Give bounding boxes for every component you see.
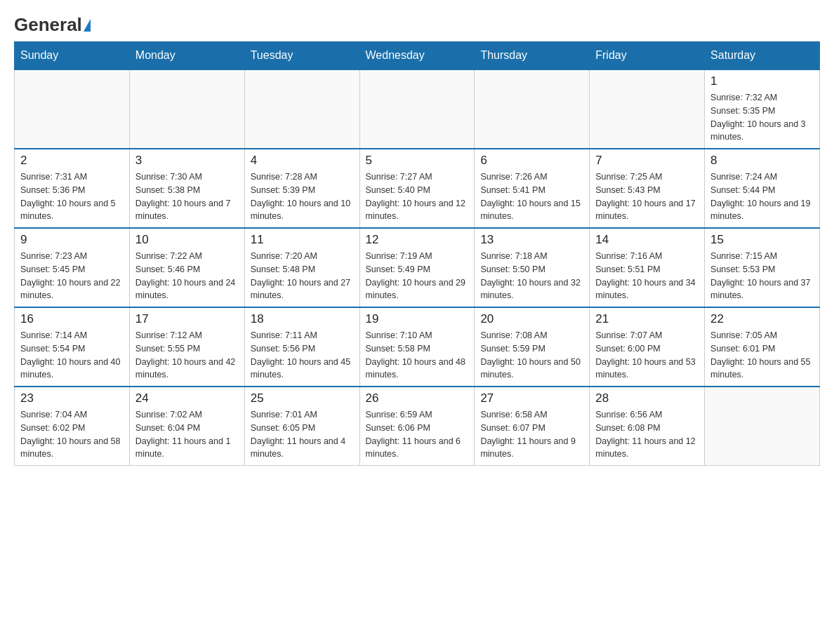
calendar-cell: 19Sunrise: 7:10 AM Sunset: 5:58 PM Dayli… [359,307,475,387]
day-info: Sunrise: 7:04 AM Sunset: 6:02 PM Dayligh… [20,408,124,461]
day-number: 23 [20,391,124,405]
week-row-2: 2Sunrise: 7:31 AM Sunset: 5:36 PM Daylig… [15,149,820,228]
day-info: Sunrise: 7:10 AM Sunset: 5:58 PM Dayligh… [366,329,469,382]
logo-triangle-icon [84,19,91,32]
calendar-cell: 17Sunrise: 7:12 AM Sunset: 5:55 PM Dayli… [129,307,244,387]
calendar-cell: 23Sunrise: 7:04 AM Sunset: 6:02 PM Dayli… [15,387,130,466]
day-info: Sunrise: 7:20 AM Sunset: 5:48 PM Dayligh… [251,250,354,302]
calendar-cell: 4Sunrise: 7:28 AM Sunset: 5:39 PM Daylig… [244,149,359,228]
calendar-cell: 1Sunrise: 7:32 AM Sunset: 5:35 PM Daylig… [705,69,820,149]
weekday-header-wednesday: Wednesday [359,42,475,70]
day-number: 28 [595,391,699,405]
day-number: 10 [135,233,239,247]
day-info: Sunrise: 7:32 AM Sunset: 5:35 PM Dayligh… [710,91,814,144]
day-number: 11 [251,233,354,247]
weekday-header-monday: Monday [129,42,244,70]
day-info: Sunrise: 6:56 AM Sunset: 6:08 PM Dayligh… [595,408,699,461]
calendar-cell: 8Sunrise: 7:24 AM Sunset: 5:44 PM Daylig… [705,149,820,228]
calendar-cell: 15Sunrise: 7:15 AM Sunset: 5:53 PM Dayli… [705,228,820,307]
weekday-header-tuesday: Tuesday [244,42,359,70]
weekday-header-thursday: Thursday [475,42,590,70]
day-number: 4 [251,154,354,168]
day-number: 16 [20,312,124,326]
calendar-cell: 21Sunrise: 7:07 AM Sunset: 6:00 PM Dayli… [590,307,705,387]
week-row-1: 1Sunrise: 7:32 AM Sunset: 5:35 PM Daylig… [15,69,820,149]
logo-general-text: General [14,14,82,36]
day-info: Sunrise: 7:26 AM Sunset: 5:41 PM Dayligh… [480,170,583,223]
day-number: 1 [710,74,814,88]
day-info: Sunrise: 7:31 AM Sunset: 5:36 PM Dayligh… [20,170,124,223]
calendar-cell: 25Sunrise: 7:01 AM Sunset: 6:05 PM Dayli… [244,387,359,466]
day-info: Sunrise: 7:28 AM Sunset: 5:39 PM Dayligh… [251,170,354,223]
day-number: 5 [366,154,469,168]
calendar-cell: 28Sunrise: 6:56 AM Sunset: 6:08 PM Dayli… [590,387,705,466]
day-info: Sunrise: 7:12 AM Sunset: 5:55 PM Dayligh… [135,329,239,382]
week-row-4: 16Sunrise: 7:14 AM Sunset: 5:54 PM Dayli… [15,307,820,387]
weekday-header-sunday: Sunday [15,42,130,70]
calendar-cell [359,69,475,149]
day-number: 8 [710,154,814,168]
day-info: Sunrise: 7:14 AM Sunset: 5:54 PM Dayligh… [20,329,124,382]
week-row-5: 23Sunrise: 7:04 AM Sunset: 6:02 PM Dayli… [15,387,820,466]
calendar-cell [244,69,359,149]
calendar-cell: 6Sunrise: 7:26 AM Sunset: 5:41 PM Daylig… [475,149,590,228]
calendar-cell: 3Sunrise: 7:30 AM Sunset: 5:38 PM Daylig… [129,149,244,228]
calendar-cell: 9Sunrise: 7:23 AM Sunset: 5:45 PM Daylig… [15,228,130,307]
day-info: Sunrise: 7:01 AM Sunset: 6:05 PM Dayligh… [251,408,354,461]
calendar-cell [15,69,130,149]
calendar-table: SundayMondayTuesdayWednesdayThursdayFrid… [14,41,820,466]
day-info: Sunrise: 6:59 AM Sunset: 6:06 PM Dayligh… [366,408,469,461]
day-number: 20 [480,312,583,326]
calendar-cell: 20Sunrise: 7:08 AM Sunset: 5:59 PM Dayli… [475,307,590,387]
day-number: 26 [366,391,469,405]
day-number: 9 [20,233,124,247]
day-info: Sunrise: 7:02 AM Sunset: 6:04 PM Dayligh… [135,408,239,461]
calendar-cell: 24Sunrise: 7:02 AM Sunset: 6:04 PM Dayli… [129,387,244,466]
day-number: 15 [710,233,814,247]
day-number: 25 [251,391,354,405]
day-info: Sunrise: 7:27 AM Sunset: 5:40 PM Dayligh… [366,170,469,223]
day-info: Sunrise: 7:30 AM Sunset: 5:38 PM Dayligh… [135,170,239,223]
logo: General [14,14,92,30]
calendar-cell: 26Sunrise: 6:59 AM Sunset: 6:06 PM Dayli… [359,387,475,466]
weekday-header-friday: Friday [590,42,705,70]
calendar-cell [475,69,590,149]
calendar-cell [705,387,820,466]
day-number: 21 [595,312,699,326]
calendar-cell: 16Sunrise: 7:14 AM Sunset: 5:54 PM Dayli… [15,307,130,387]
day-info: Sunrise: 7:22 AM Sunset: 5:46 PM Dayligh… [135,250,239,302]
day-info: Sunrise: 7:11 AM Sunset: 5:56 PM Dayligh… [251,329,354,382]
day-info: Sunrise: 7:07 AM Sunset: 6:00 PM Dayligh… [595,329,699,382]
calendar-cell: 10Sunrise: 7:22 AM Sunset: 5:46 PM Dayli… [129,228,244,307]
page-header: General [14,14,820,30]
calendar-cell: 11Sunrise: 7:20 AM Sunset: 5:48 PM Dayli… [244,228,359,307]
calendar-cell: 2Sunrise: 7:31 AM Sunset: 5:36 PM Daylig… [15,149,130,228]
calendar-cell: 7Sunrise: 7:25 AM Sunset: 5:43 PM Daylig… [590,149,705,228]
day-info: Sunrise: 6:58 AM Sunset: 6:07 PM Dayligh… [480,408,583,461]
calendar-cell: 22Sunrise: 7:05 AM Sunset: 6:01 PM Dayli… [705,307,820,387]
calendar-cell [590,69,705,149]
day-number: 24 [135,391,239,405]
weekday-header-saturday: Saturday [705,42,820,70]
day-number: 22 [710,312,814,326]
day-info: Sunrise: 7:23 AM Sunset: 5:45 PM Dayligh… [20,250,124,302]
day-info: Sunrise: 7:18 AM Sunset: 5:50 PM Dayligh… [480,250,583,302]
day-number: 7 [595,154,699,168]
calendar-cell: 27Sunrise: 6:58 AM Sunset: 6:07 PM Dayli… [475,387,590,466]
day-info: Sunrise: 7:08 AM Sunset: 5:59 PM Dayligh… [480,329,583,382]
day-number: 17 [135,312,239,326]
calendar-cell: 13Sunrise: 7:18 AM Sunset: 5:50 PM Dayli… [475,228,590,307]
day-info: Sunrise: 7:24 AM Sunset: 5:44 PM Dayligh… [710,170,814,223]
day-number: 3 [135,154,239,168]
day-number: 2 [20,154,124,168]
day-number: 27 [480,391,583,405]
day-number: 12 [366,233,469,247]
calendar-cell: 12Sunrise: 7:19 AM Sunset: 5:49 PM Dayli… [359,228,475,307]
day-info: Sunrise: 7:16 AM Sunset: 5:51 PM Dayligh… [595,250,699,302]
calendar-cell: 18Sunrise: 7:11 AM Sunset: 5:56 PM Dayli… [244,307,359,387]
weekday-header-row: SundayMondayTuesdayWednesdayThursdayFrid… [15,42,820,70]
calendar-cell: 5Sunrise: 7:27 AM Sunset: 5:40 PM Daylig… [359,149,475,228]
day-number: 6 [480,154,583,168]
day-number: 19 [366,312,469,326]
day-number: 13 [480,233,583,247]
